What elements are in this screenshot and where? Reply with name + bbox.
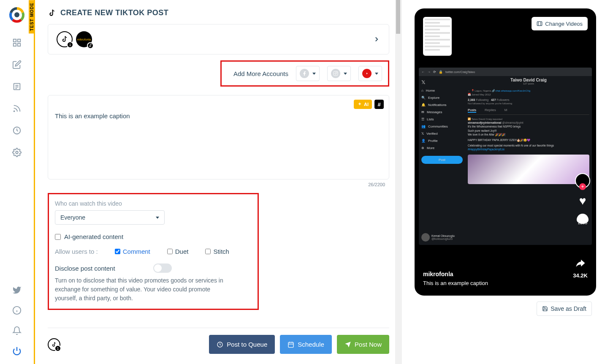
allow-stitch-option[interactable]: Stitch [205,248,229,255]
preview-scrollbar-thumb[interactable] [396,0,400,34]
tiktok-icon [48,9,56,17]
tiktok-profile-ring: + [575,173,590,188]
tiktok-comment: 2295 [577,214,589,225]
account-avatar-1: 1 [57,31,73,47]
tw-nav-profile: 👤 Profile [421,139,463,143]
page-title: CREATE NEW TIKTOK POST [48,8,389,17]
send-icon [344,341,351,348]
allow-users-label: Allow users to : [55,248,98,255]
privacy-label: Who can watch this video [49,200,252,207]
svg-point-18 [337,72,337,73]
svg-rect-1 [14,39,16,42]
add-accounts-label: Add More Accounts [233,70,288,77]
footer-account-avatar[interactable]: 1 [48,338,60,351]
avatar-count-badge: 1 [67,41,73,48]
tiktok-icon [61,35,68,43]
caption-textarea[interactable]: This is an example caption [55,112,382,120]
svg-rect-2 [18,39,20,42]
tiktok-like: ♥ [579,194,586,208]
schedule-button[interactable]: Schedule [280,335,332,354]
duet-checkbox[interactable] [167,249,173,254]
post-settings-section: Who can watch this video Everyone AI-gen… [48,193,259,310]
footer-badge: 1 [54,345,61,352]
sidebar: TEST MODE [0,0,34,364]
calendar-icon [288,341,294,348]
svg-rect-3 [14,43,16,46]
rss-icon[interactable] [12,104,22,113]
tiktok-caption-area: mikrofonla This is an example caption [423,271,488,286]
twitter-icon[interactable] [12,285,22,295]
settings-icon[interactable] [12,148,22,157]
power-icon[interactable] [12,346,22,356]
disclose-toggle[interactable] [153,263,172,273]
bell-icon[interactable] [12,326,22,335]
video-thumbnail[interactable] [423,17,452,56]
film-icon [537,21,542,27]
save-icon [542,306,548,312]
disclose-label: Disclose post content [55,265,115,272]
tiktok-caption: This is an example caption [423,280,488,286]
twitter-sidebar: 𝕏 ⌂ Home 🔍 Explore 🔔 Notifications ✉ Mes… [419,76,465,245]
app-logo[interactable] [6,4,27,25]
tiktok-badge-icon [87,42,94,49]
account-avatar-2: mikrofonla [76,31,92,47]
facebook-account-dropdown[interactable] [296,66,320,81]
tiktok-follow-plus-icon: + [579,183,586,190]
ai-content-checkbox[interactable] [55,234,61,240]
hashtag-button[interactable]: # [374,100,384,109]
chevron-down-icon [312,73,316,75]
chevron-right-icon[interactable] [373,35,380,43]
ai-content-label: AI-generated content [64,233,123,240]
stitch-checkbox[interactable] [205,249,211,254]
tw-current-user: Kemal Oksuzoglu@koksuzoglu23 [421,233,463,242]
svg-point-11 [16,151,18,154]
tiktok-share: 34.2K [573,257,588,279]
account-selector-card[interactable]: 1 mikrofonla [48,24,389,54]
tw-nav-verified: 𝕏 Verified [421,132,463,136]
chevron-down-icon [375,73,378,75]
svg-point-17 [335,73,336,74]
tiktok-overlay: + ♥ 2295 [575,173,590,225]
disclose-description: Turn on to disclose that this video prom… [49,276,231,303]
save-draft-button[interactable]: Save as Draft [537,302,592,316]
share-icon [574,257,587,269]
browser-bar: ←→⟳ 🔒 twitter.com/CraigTaiwo [419,68,592,76]
heart-icon: ♥ [579,194,586,208]
allow-comment-option[interactable]: Comment [115,248,150,255]
ai-assist-button[interactable]: AI [354,100,372,109]
character-count: 26/2200 [48,182,389,187]
main-content: CREATE NEW TIKTOK POST 1 mikrofonla Add … [34,0,402,364]
privacy-dropdown[interactable]: Everyone [55,210,165,225]
facebook-icon [300,69,309,78]
allow-duet-option[interactable]: Duet [167,248,189,255]
youtube-icon [362,69,372,78]
comment-icon [577,214,589,224]
instagram-account-dropdown[interactable] [327,66,351,81]
footer-actions: 1 Post to Queue Schedule Post Now [48,328,389,364]
comment-checkbox[interactable] [115,249,120,254]
info-icon[interactable] [12,306,22,315]
change-videos-button[interactable]: Change Videos [532,17,588,30]
content-icon[interactable] [12,82,22,91]
svg-point-9 [14,111,15,112]
tw-nav-more: ⊕ More [421,146,463,150]
post-to-queue-button[interactable]: Post to Queue [209,335,275,354]
youtube-account-dropdown[interactable] [358,66,382,81]
tiktok-username: mikrofonla [423,271,488,277]
queue-icon [217,341,223,348]
tw-nav-explore: 🔍 Explore [421,96,463,100]
sparkle-icon [357,102,362,107]
post-now-button[interactable]: Post Now [337,335,389,354]
chevron-down-icon [156,217,159,219]
compose-icon[interactable] [12,60,22,69]
svg-rect-21 [288,342,293,347]
tw-nav-communities: 👥 Communities [421,125,463,128]
preview-panel: Change Videos ←→⟳ 🔒 twitter.com/CraigTai… [402,0,613,364]
tw-nav-lists: ☰ Lists [421,117,463,121]
instagram-icon [331,69,340,78]
preview-scrollbar-track[interactable] [395,0,401,364]
dashboard-icon[interactable] [12,38,22,47]
svg-rect-25 [537,22,542,25]
recycle-icon[interactable] [12,126,22,135]
caption-editor: AI # This is an example caption [48,95,389,179]
